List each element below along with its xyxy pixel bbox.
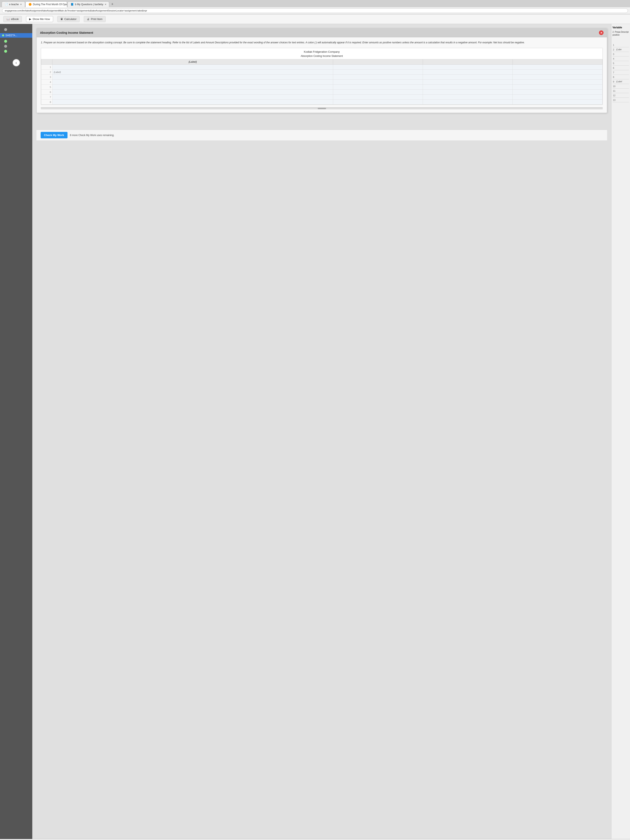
rs-row-num: 13 [613,99,616,101]
row-col3-5[interactable] [513,85,602,90]
toolbar: 📖 eBook ▶ Show Me How 🖩 Calculator 🖨 Pri… [0,14,630,24]
sidebar-dot-1 [4,28,7,31]
scrollbar-thumb[interactable] [318,108,326,109]
row-col2-2[interactable] [423,69,513,74]
right-sidebar-row[interactable]: 5 [613,61,629,66]
row-label-2[interactable]: (Label) [52,69,333,74]
right-sidebar-row[interactable]: 2 (Labe [613,47,629,52]
col1-header [333,59,423,65]
print-label: Print Item [91,17,103,21]
rs-row-num: 5 [613,62,616,65]
show-me-how-button[interactable]: ▶ Show Me How [26,16,53,22]
tab-bar: 📄 e teache ✕ 🟠 During The First Month Of… [0,0,630,7]
new-tab-button[interactable]: + [110,1,115,7]
row-col1-6[interactable] [333,90,423,95]
tab-2[interactable]: 🟠 During The First Month Of Oper... ✕ [25,2,67,7]
tab-3[interactable]: 📘 b My Questions | bartleby ✕ [68,2,109,7]
row-label-3[interactable] [52,74,333,80]
rs-row-num: 8 [613,76,616,78]
sidebar-user-label[interactable]: SHEETA... [0,33,32,38]
panel-close-button[interactable]: ✕ [599,30,603,35]
row-col3-3[interactable] [513,74,602,80]
row-col3-8[interactable] [513,99,602,104]
right-sidebar-row[interactable]: 9 (Label [613,79,629,84]
row-col1-2[interactable] [333,69,423,74]
rs-row-num: 7 [613,71,616,74]
row-col2-7[interactable] [423,95,513,99]
calculator-icon: 🖩 [60,17,63,21]
tab-1-close[interactable]: ✕ [20,3,22,6]
row-col1-8[interactable] [333,99,423,104]
rs-row-num: 6 [613,67,616,69]
tab-2-label: During The First Month Of Oper... [33,3,67,6]
row-col1-7[interactable] [333,95,423,99]
right-sidebar-row[interactable]: 8 [613,75,629,79]
row-col2-3[interactable] [423,74,513,80]
address-bar[interactable]: engagenow.com/ilm/takeAssignment/takeAss… [2,8,628,13]
table-row: 4 [41,80,603,85]
sidebar-user-dot [2,35,4,36]
row-num-8: 8 [41,99,52,104]
calculator-label: Calculator [65,17,77,21]
row-label-8[interactable] [52,99,333,104]
rs-row-num: 12 [613,94,616,97]
row-col2-5[interactable] [423,85,513,90]
row-col1-3[interactable] [333,74,423,80]
row-col2-4[interactable] [423,80,513,85]
right-sidebar-row[interactable]: 7 [613,70,629,75]
row-label-4[interactable] [52,80,333,85]
instructions-text: 1. Prepare an income statement based on … [41,41,603,44]
row-label-5[interactable] [52,85,333,90]
row-col2-6[interactable] [423,90,513,95]
row-col2-1[interactable] [423,65,513,69]
row-num-5: 5 [41,85,52,90]
rs-row-num: 2 [613,48,616,51]
row-col3-2[interactable] [513,69,602,74]
calculator-button[interactable]: 🖩 Calculator [57,16,80,22]
row-col3-7[interactable] [513,95,602,99]
right-sidebar-row[interactable]: 1 [613,43,629,47]
table-row: 1 [41,65,603,69]
row-label-1[interactable] [52,65,333,69]
rs-row-label[interactable]: (Label [616,81,622,83]
below-panel-space [36,113,607,129]
row-label-6[interactable] [52,90,333,95]
rs-row-num: 3 [613,53,616,55]
ebook-button[interactable]: 📖 eBook [3,16,22,22]
tab-3-close[interactable]: ✕ [104,3,106,6]
row-col1-4[interactable] [333,80,423,85]
rs-row-num: 4 [613,57,616,60]
panel-title: Absorption Costing Income Statement [40,31,93,35]
content-area: Absorption Costing Income Statement ✕ 1.… [32,24,611,839]
row-col3-1[interactable] [513,65,602,69]
right-sidebar-row[interactable]: 13 [613,98,629,102]
col3-header [513,59,602,65]
horizontal-scrollbar[interactable] [41,107,603,109]
tab-2-favicon: 🟠 [28,3,32,6]
row-col1-1[interactable] [333,65,423,69]
row-col3-6[interactable] [513,90,602,95]
tab-1-label: e teache [9,3,19,6]
row-label-7[interactable] [52,95,333,99]
right-sidebar-row[interactable]: 11 [613,88,629,93]
sidebar-dot-3 [4,45,7,48]
right-sidebar-row[interactable]: 4 [613,57,629,61]
print-item-button[interactable]: 🖨 Print Item [84,16,106,22]
row-col1-5[interactable] [333,85,423,90]
right-sidebar-row[interactable]: 10 [613,84,629,88]
row-col3-4[interactable] [513,80,602,85]
tab-1-favicon: 📄 [5,3,8,6]
sidebar-back-button[interactable]: ‹ [13,59,20,66]
row-num-2: 2 [41,69,52,74]
right-sidebar-row[interactable]: 6 [613,66,629,70]
right-sidebar-row[interactable]: 3 [613,52,629,57]
rs-row-label[interactable]: (Labe [616,48,622,51]
right-sidebar-row[interactable]: 12 [613,93,629,98]
sidebar-dot-2 [4,40,7,43]
show-me-how-icon: ▶ [29,17,31,21]
tab-1[interactable]: 📄 e teache ✕ [2,2,25,7]
row-col2-8[interactable] [423,99,513,104]
row-num-7: 7 [41,95,52,99]
check-my-work-button[interactable]: Check My Work [41,132,68,138]
table-row: 7 [41,95,603,99]
